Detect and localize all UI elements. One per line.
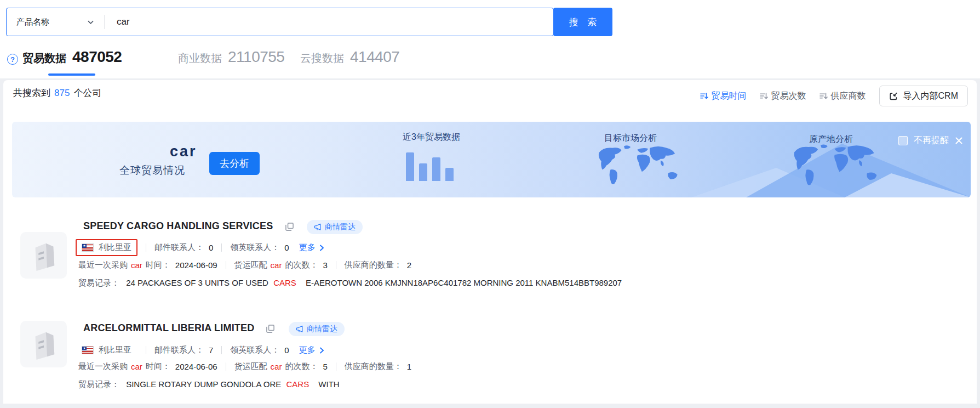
company-name[interactable]: ARCELORMITTAL LIBERIA LIMITED: [83, 322, 254, 334]
trade-record-row: 贸易记录： 24 PACKAGES OF 3 UNITS OF USED CAR…: [78, 278, 622, 288]
company-meta-row: ★ 利比里亚 邮件联系人： 7 领英联系人： 0 更多: [76, 342, 325, 359]
email-contacts-value: 7: [209, 345, 213, 355]
divider: [146, 346, 146, 354]
close-icon[interactable]: [955, 137, 963, 145]
divider: [226, 362, 226, 371]
search-button[interactable]: 搜 索: [553, 8, 612, 36]
more-label: 更多: [299, 345, 316, 355]
country-name: 利比里亚: [99, 345, 131, 355]
purchase-date: 2024-06-09: [175, 260, 217, 270]
trade-record-text: WITH: [318, 379, 339, 389]
freight-mid: 的次数：: [285, 260, 318, 270]
banner-bar-chart: [406, 152, 454, 181]
top-section: 产品名称 搜 索 ? 贸易数据 487052 商业数据 2110755 云搜数据…: [0, 0, 980, 78]
radar-badge[interactable]: 商情雷达: [289, 322, 345, 336]
liberia-flag-icon: ★: [82, 346, 94, 354]
country-name: 利比里亚: [99, 242, 131, 253]
divider: [336, 362, 336, 371]
more-link[interactable]: 更多: [299, 345, 325, 355]
freight-count: 3: [323, 260, 327, 270]
results-suffix: 个公司: [73, 87, 101, 99]
linkedin-contacts-label: 领英联系人：: [230, 345, 279, 355]
freight-prefix: 货运匹配: [234, 361, 267, 372]
results-summary: 共搜索到 875 个公司: [13, 87, 101, 99]
suppliers-label: 供应商的数量：: [345, 260, 402, 270]
trade-record-text: E-AEROTOWN 2006 KMJNN18AP6C401782 MORNIN…: [306, 278, 622, 287]
copy-icon[interactable]: [266, 324, 275, 333]
liberia-flag-icon: ★: [82, 243, 94, 252]
trade-record-row: 贸易记录： SINGLE ROTARY DUMP GONDOLA ORE CAR…: [78, 379, 340, 390]
chevron-right-icon: [318, 347, 325, 354]
email-contacts-label: 邮件联系人：: [154, 242, 204, 253]
analyze-button[interactable]: 去分析: [209, 152, 260, 175]
country-tag: ★ 利比里亚: [76, 239, 137, 256]
search-box: 产品名称: [6, 8, 554, 36]
sort-label: 贸易时间: [712, 90, 747, 102]
world-map-icon: [789, 143, 887, 191]
copy-icon[interactable]: [285, 222, 294, 231]
freight-count: 5: [323, 362, 327, 371]
search-input[interactable]: [105, 16, 553, 27]
divider: [221, 243, 222, 252]
divider: [336, 261, 336, 269]
tab-cloud-search-data[interactable]: 云搜数据 414407: [300, 48, 399, 66]
search-category-dropdown[interactable]: 产品名称: [7, 8, 104, 36]
import-icon: [889, 92, 898, 101]
trade-record-keyword: CARS: [286, 379, 309, 389]
search-category-label: 产品名称: [16, 17, 49, 27]
purchase-keyword: car: [131, 362, 142, 371]
trade-record-text: SINGLE ROTARY DUMP GONDOLA ORE: [126, 379, 281, 389]
active-tab-underline: [48, 73, 95, 76]
tab-business-data[interactable]: 商业数据 2110755: [178, 48, 284, 66]
purchase-prefix: 最近一次采购: [78, 260, 128, 270]
tab-trade-data[interactable]: 贸易数据 487052: [22, 48, 122, 66]
linkedin-contacts-value: 0: [284, 345, 289, 355]
sort-trade-count[interactable]: 贸易次数: [760, 90, 806, 102]
purchase-prefix: 最近一次采购: [78, 361, 128, 372]
more-link[interactable]: 更多: [299, 242, 325, 253]
crm-button-label: 导入内部CRM: [903, 90, 958, 102]
company-logo: [20, 232, 67, 279]
supplier-count: 1: [407, 362, 411, 371]
world-map-icon: [590, 144, 691, 190]
results-count: 875: [54, 88, 70, 99]
results-panel: 共搜索到 875 个公司 贸易时间 贸易次数 供应商数 导入内部CRM car …: [3, 80, 977, 404]
sort-icon: [760, 92, 768, 100]
country-tag: ★ 利比里亚: [76, 342, 137, 359]
crm-import-button[interactable]: 导入内部CRM: [879, 86, 968, 106]
divider: [146, 243, 146, 252]
horn-icon: [296, 325, 303, 333]
sort-trade-time[interactable]: 贸易时间: [700, 90, 747, 102]
chevron-right-icon: [318, 245, 325, 251]
company-stats-row: 最近一次采购 car 时间： 2024-06-06 货运匹配 car 的次数： …: [78, 361, 411, 372]
tab-label: 商业数据: [178, 51, 222, 66]
tab-count: 2110755: [228, 48, 284, 66]
chevron-down-icon: [87, 19, 94, 26]
purchase-keyword: car: [131, 260, 142, 270]
email-contacts-label: 邮件联系人：: [154, 345, 204, 355]
sort-label: 贸易次数: [771, 90, 806, 102]
divider: [226, 261, 226, 269]
trade-record-label: 贸易记录：: [78, 379, 119, 389]
purchase-mid: 时间：: [146, 260, 170, 270]
banner-subtitle: 全球贸易情况: [119, 163, 185, 178]
suppliers-label: 供应商的数量：: [345, 361, 402, 372]
dismiss-control: 不再提醒: [898, 135, 963, 146]
purchase-date: 2024-06-06: [175, 362, 217, 371]
company-name[interactable]: SPEEDY CARGO HANDLING SERVICES: [83, 220, 273, 232]
dismiss-label: 不再提醒: [914, 135, 949, 146]
sort-icon: [819, 92, 828, 100]
radar-badge[interactable]: 商情雷达: [307, 220, 363, 234]
results-prefix: 共搜索到: [13, 87, 50, 99]
help-icon[interactable]: ?: [7, 54, 18, 65]
company-meta-row: ★ 利比里亚 邮件联系人： 0 领英联系人： 0 更多: [76, 239, 325, 256]
dismiss-checkbox[interactable]: [898, 136, 908, 145]
divider: [221, 346, 222, 354]
sort-supplier-count[interactable]: 供应商数: [819, 90, 866, 102]
freight-keyword: car: [271, 260, 282, 270]
tab-count: 487052: [72, 48, 122, 66]
trade-record-label: 贸易记录：: [78, 278, 119, 287]
linkedin-contacts-value: 0: [284, 243, 289, 252]
freight-mid: 的次数：: [285, 361, 318, 372]
banner-keyword: car: [170, 143, 197, 160]
